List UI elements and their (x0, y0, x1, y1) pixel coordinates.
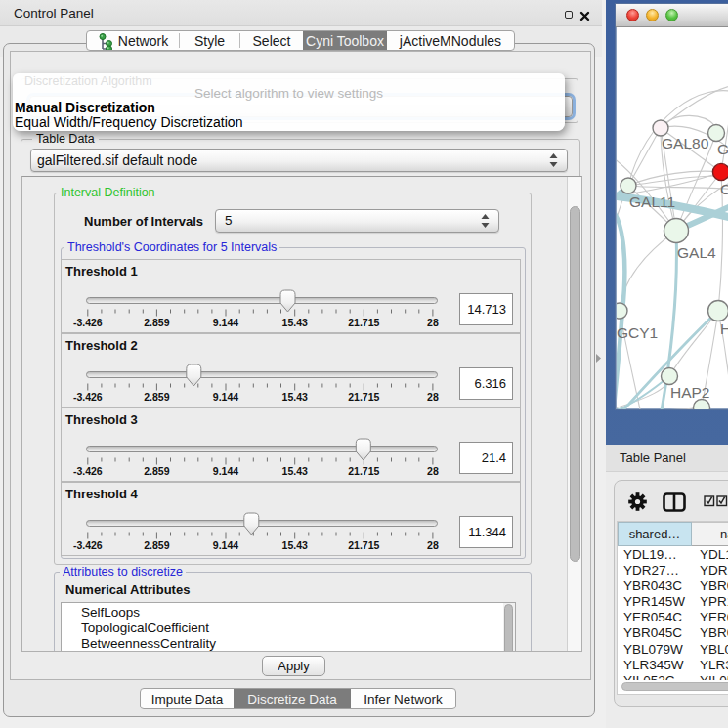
svg-text:15.43: 15.43 (282, 391, 308, 403)
svg-text:9.144: 9.144 (213, 391, 238, 403)
svg-text:21.715: 21.715 (348, 391, 379, 403)
svg-text:9.144: 9.144 (213, 317, 238, 328)
svg-text:GAL80: GAL80 (662, 135, 709, 151)
svg-text:21.715: 21.715 (348, 539, 379, 551)
svg-text:-3.426: -3.426 (73, 391, 103, 403)
svg-text:9.144: 9.144 (213, 465, 238, 477)
svg-text:-3.426: -3.426 (73, 539, 103, 551)
svg-text:2.859: 2.859 (144, 465, 169, 477)
svg-text:28: 28 (427, 465, 439, 477)
svg-text:28: 28 (427, 539, 439, 551)
svg-text:28: 28 (427, 391, 439, 403)
svg-text:GCY1: GCY1 (617, 324, 658, 341)
svg-text:HAP2: HAP2 (670, 384, 710, 401)
svg-text:GAL4: GAL4 (677, 244, 716, 261)
svg-text:21.715: 21.715 (348, 465, 379, 477)
svg-text:-3.426: -3.426 (73, 465, 103, 477)
svg-text:GA: GA (717, 141, 728, 157)
svg-text:21.715: 21.715 (348, 317, 379, 328)
svg-text:2.859: 2.859 (144, 391, 169, 403)
svg-text:2.859: 2.859 (144, 317, 169, 328)
svg-text:GAL11: GAL11 (629, 193, 675, 210)
svg-text:C: C (720, 181, 728, 197)
svg-text:-3.426: -3.426 (73, 317, 103, 328)
svg-text:H: H (720, 321, 728, 337)
svg-text:15.43: 15.43 (282, 317, 308, 328)
svg-text:15.43: 15.43 (282, 465, 308, 477)
svg-text:15.43: 15.43 (282, 539, 308, 551)
svg-text:2.859: 2.859 (144, 539, 169, 551)
svg-text:28: 28 (427, 317, 439, 328)
svg-text:9.144: 9.144 (213, 539, 238, 551)
